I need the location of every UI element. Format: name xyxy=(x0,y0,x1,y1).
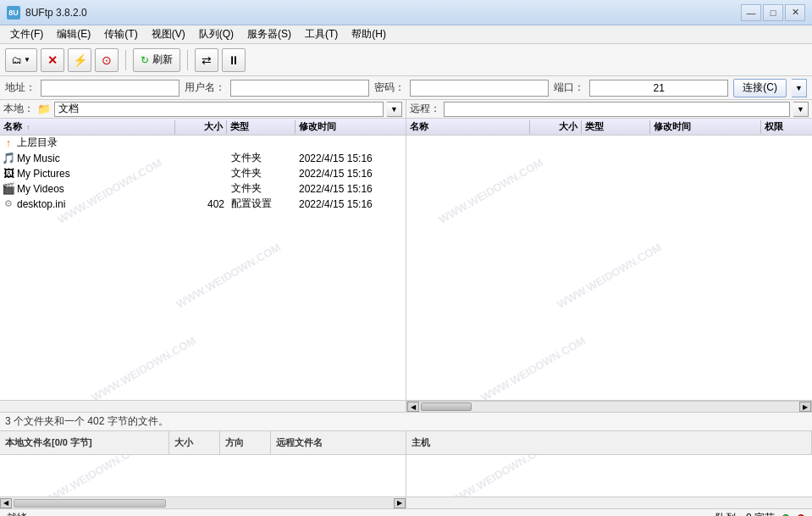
local-scroll-left[interactable]: ◀ xyxy=(0,498,12,508)
table-row[interactable]: 🖼 My Pictures 文件夹 2022/4/15 15:16 xyxy=(0,166,406,181)
local-label: 本地： xyxy=(3,102,34,116)
remote-scroll-empty xyxy=(406,497,812,508)
local-file-list: ↑ 上层目录 🎵 My Music 文件夹 2022/4/15 15:16 xyxy=(0,136,406,400)
transfer-local: WWW.WEIDOWN.COM xyxy=(0,455,406,497)
close-button[interactable]: ✕ xyxy=(785,4,805,21)
local-col-name[interactable]: 名称 ↑ xyxy=(0,120,174,133)
local-h-scrollbar[interactable]: ◀ ▶ xyxy=(0,497,406,508)
local-file-date: 2022/4/15 15:16 xyxy=(296,198,406,210)
minimize-button[interactable]: — xyxy=(741,4,761,21)
local-panel-header: 本地： 📁 ▼ xyxy=(0,100,406,119)
connect-dropdown[interactable]: ▼ xyxy=(792,79,807,97)
local-folder-icon: 📁 xyxy=(37,103,51,115)
username-input[interactable] xyxy=(230,80,369,97)
app-icon: 8U xyxy=(7,6,20,19)
remote-panel-header: 远程： ▼ xyxy=(406,100,812,119)
window-controls[interactable]: — □ ✕ xyxy=(741,4,805,21)
transfer-col-dir: 方向 xyxy=(220,431,271,454)
transfer-col-host: 主机 xyxy=(406,431,812,454)
status-bar: 3 个文件夹和一个 402 字节的文件。 xyxy=(0,412,812,430)
remote-table-header: 名称 大小 类型 修改时间 权限 xyxy=(406,119,812,136)
remote-file-list xyxy=(406,136,812,400)
maximize-button[interactable]: □ xyxy=(763,4,783,21)
port-input[interactable] xyxy=(589,80,728,97)
local-file-name: ⚙ desktop.ini xyxy=(0,197,177,211)
remote-label: 远程： xyxy=(410,102,440,116)
table-row[interactable]: ↑ 上层目录 xyxy=(0,136,406,151)
menu-help[interactable]: 帮助(H) xyxy=(345,25,393,43)
bottom-scrollbar-row: ◀ ▶ xyxy=(0,497,812,508)
folder-open-icon: 🗂 xyxy=(12,54,22,66)
local-file-name: ↑ 上层目录 xyxy=(0,136,177,150)
scroll-right-button[interactable]: ▶ xyxy=(799,402,811,412)
address-input[interactable] xyxy=(41,80,180,97)
refresh-button[interactable]: ↻ 刷新 xyxy=(133,48,180,72)
local-file-date: 2022/4/15 15:16 xyxy=(296,168,406,180)
remote-path-input[interactable] xyxy=(444,102,790,117)
menu-file[interactable]: 文件(F) xyxy=(3,25,50,43)
ini-file-icon: ⚙ xyxy=(2,197,15,211)
sync-button[interactable]: ⇄ xyxy=(195,48,218,72)
local-file-table: 名称 ↑ 大小 类型 修改时间 ↑ 上层目录 xyxy=(0,119,406,400)
remote-col-size[interactable]: 大小 xyxy=(530,120,581,133)
menu-transfer[interactable]: 传输(T) xyxy=(97,25,144,43)
ready-text: 就绪 xyxy=(7,511,27,516)
local-path-dropdown[interactable]: ▼ xyxy=(387,102,402,117)
remote-col-name[interactable]: 名称 xyxy=(406,120,529,133)
local-scroll-right[interactable]: ▶ xyxy=(394,498,406,508)
menu-view[interactable]: 视图(V) xyxy=(145,25,192,43)
connect-button[interactable]: 连接(C) xyxy=(733,79,787,97)
remote-col-date[interactable]: 修改时间 xyxy=(650,120,760,133)
dropdown-arrow: ▼ xyxy=(24,56,30,64)
local-file-date: 2022/4/15 15:16 xyxy=(296,183,406,195)
transfer-col-local: 本地文件名[0/0 字节] xyxy=(0,431,169,454)
table-row[interactable]: 🎵 My Music 文件夹 2022/4/15 15:16 xyxy=(0,151,406,166)
remote-path-dropdown[interactable]: ▼ xyxy=(793,102,809,117)
local-file-type: 配置设置 xyxy=(228,197,296,211)
menu-server[interactable]: 服务器(S) xyxy=(240,25,298,43)
password-input[interactable] xyxy=(410,80,549,97)
menu-edit[interactable]: 编辑(E) xyxy=(50,25,97,43)
toolbar-separator xyxy=(125,50,126,70)
up-dir-icon: ↑ xyxy=(2,136,15,150)
queue-right: 队列：0 字节 xyxy=(715,511,805,516)
lightning-icon: ⚡ xyxy=(73,53,87,67)
title-bar: 8U 8UFtp 3.8.2.0 — □ ✕ xyxy=(0,0,812,25)
remote-col-type[interactable]: 类型 xyxy=(582,120,649,133)
table-row[interactable]: 🎬 My Videos 文件夹 2022/4/15 15:16 xyxy=(0,181,406,197)
music-folder-icon: 🎵 xyxy=(2,152,15,165)
title-bar-left: 8U 8UFtp 3.8.2.0 xyxy=(7,6,87,19)
address-bar: 地址： 用户名： 密码： 端口： 连接(C) ▼ xyxy=(0,76,812,100)
status-text: 3 个文件夹和一个 402 字节的文件。 xyxy=(5,414,168,429)
local-col-type[interactable]: 类型 xyxy=(227,120,295,133)
local-file-type: 文件夹 xyxy=(228,166,296,180)
pause-button[interactable]: ⏸ xyxy=(222,48,246,72)
local-col-size[interactable]: 大小 xyxy=(175,120,226,133)
delete-button[interactable]: ✕ xyxy=(41,48,64,72)
scroll-left-button[interactable]: ◀ xyxy=(407,402,419,412)
toolbar: 🗂 ▼ ✕ ⚡ ⊙ ↻ 刷新 ⇄ ⏸ xyxy=(0,44,812,76)
local-col-date[interactable]: 修改时间 xyxy=(296,120,406,133)
table-row[interactable]: ⚙ desktop.ini 402 配置设置 2022/4/15 15:16 xyxy=(0,197,406,212)
main-area: WWW.WEIDOWN.COM WWW.WEIDOWN.COM WWW.WEID… xyxy=(0,100,812,400)
transfer-remote: WWW.WEIDOWN.COM xyxy=(406,455,812,497)
pictures-folder-icon: 🖼 xyxy=(2,167,15,180)
remote-col-perm[interactable]: 权限 xyxy=(761,120,812,133)
local-file-type: 文件夹 xyxy=(228,181,296,196)
menu-queue[interactable]: 队列(Q) xyxy=(192,25,240,43)
lightning-button[interactable]: ⚡ xyxy=(68,48,91,72)
open-dropdown-button[interactable]: 🗂 ▼ xyxy=(5,48,37,72)
menu-tools[interactable]: 工具(T) xyxy=(298,25,345,43)
stop-button[interactable]: ⊙ xyxy=(95,48,119,72)
remote-scrollbar[interactable]: ◀ ▶ xyxy=(406,401,812,413)
remote-file-table: 名称 大小 类型 修改时间 权限 xyxy=(406,119,812,400)
delete-icon: ✕ xyxy=(47,53,58,67)
remote-panel: 远程： ▼ 名称 大小 类型 修改时间 权限 xyxy=(406,100,812,400)
local-table-header: 名称 ↑ 大小 类型 修改时间 xyxy=(0,119,406,136)
pause-icon: ⏸ xyxy=(228,53,240,67)
local-file-name: 🎵 My Music xyxy=(0,152,177,165)
local-scroll-spacer xyxy=(0,401,406,412)
local-path-input[interactable] xyxy=(54,102,384,117)
queue-status-bar: 就绪 队列：0 字节 xyxy=(0,508,812,516)
sync-icon: ⇄ xyxy=(202,53,212,67)
